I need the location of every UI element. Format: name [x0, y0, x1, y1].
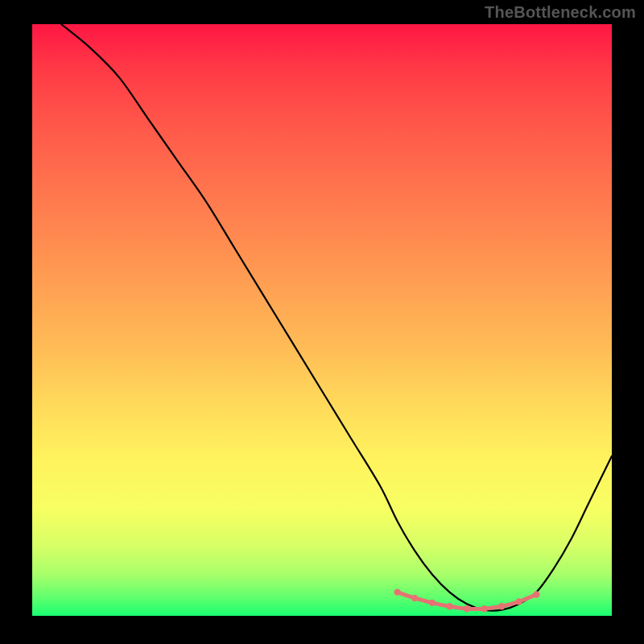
chart-svg — [32, 24, 612, 616]
optimal-region-dot — [411, 595, 418, 601]
optimal-region-dot — [516, 598, 522, 605]
optimal-region-dot — [394, 588, 400, 595]
optimal-region-dot — [464, 605, 470, 612]
optimal-region-dot — [498, 603, 505, 609]
optimal-region-dots — [394, 588, 539, 612]
optimal-region-dot — [481, 605, 487, 612]
plot-area — [32, 24, 612, 616]
optimal-region-dot — [446, 603, 452, 609]
chart-frame: TheBottleneck.com — [0, 0, 644, 644]
watermark-text: TheBottleneck.com — [485, 3, 636, 22]
optimal-region-dot — [429, 600, 436, 606]
optimal-region-dot — [533, 591, 539, 597]
bottleneck-curve — [61, 24, 612, 611]
